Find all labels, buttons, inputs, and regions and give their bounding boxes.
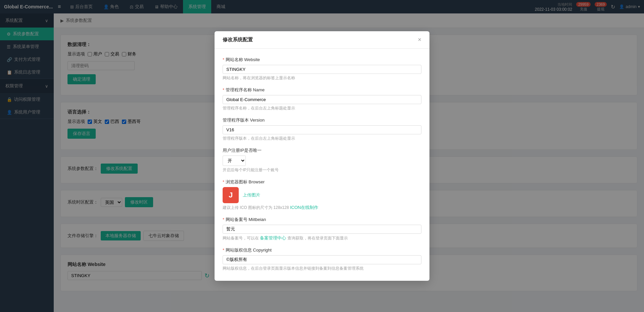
- modal-body: * 网站名称 Website 网站名称，将在浏览器的标签上显示名称 * 管理程序…: [215, 49, 429, 281]
- website-name-field-input[interactable]: [223, 65, 421, 74]
- version-field-label: 管理程序版本 Version: [223, 117, 421, 123]
- field-admin-name: * 管理程序名称 Name 管理程序名称，在后台左上角标题处显示: [223, 87, 421, 111]
- modal-close-button[interactable]: ×: [418, 37, 421, 43]
- field-miitbeian: * 网站备案号 Miitbeian 网站备案号，可以在 备案管理中心 查询获取，…: [223, 217, 421, 241]
- ip-unique-field-label: 用户注册IP是否唯一: [223, 147, 421, 153]
- version-field-hint: 管理程序版本，在后台左上角标题处显示: [223, 136, 421, 141]
- modal-overlay: 修改系统配置 × * 网站名称 Website 网站名称，将在浏览器的标签上显示…: [0, 0, 644, 312]
- icon-online-make-link[interactable]: ICON在线制作: [290, 205, 319, 210]
- copyright-field-input[interactable]: [223, 255, 421, 264]
- miitbeian-field-hint: 网站备案号，可以在 备案管理中心 查询获取，将在登录页面下面显示: [223, 235, 421, 241]
- admin-name-field-hint: 管理程序名称，在后台左上角标题处显示: [223, 105, 421, 111]
- browser-icon-field-label: * 浏览器图标 Browser: [223, 179, 421, 185]
- upload-link[interactable]: 上传图片: [243, 192, 260, 198]
- favicon-preview: J: [223, 187, 239, 203]
- ip-unique-select-row: 开 关: [223, 155, 421, 166]
- miitbeian-field-label: * 网站备案号 Miitbeian: [223, 217, 421, 223]
- version-field-input[interactable]: [223, 125, 421, 134]
- browser-icon-field-hint: 建议上传 ICO 图标的尺寸为 128x128 ICON在线制作: [223, 205, 421, 211]
- field-browser-icon: * 浏览器图标 Browser J 上传图片 建议上传 ICO 图标的尺寸为 1…: [223, 179, 421, 211]
- copyright-field-label: * 网站版权信息 Copyright: [223, 247, 421, 253]
- miitbeian-center-link[interactable]: 备案管理中心: [260, 235, 286, 240]
- upload-area: J 上传图片: [223, 187, 421, 203]
- ip-unique-select[interactable]: 开 关: [223, 155, 246, 166]
- modal-modify-config: 修改系统配置 × * 网站名称 Website 网站名称，将在浏览器的标签上显示…: [215, 31, 429, 281]
- website-name-field-label: * 网站名称 Website: [223, 57, 421, 63]
- field-ip-unique: 用户注册IP是否唯一 开 关 开启后每个IP只能注册一个账号: [223, 147, 421, 173]
- field-website-name: * 网站名称 Website 网站名称，将在浏览器的标签上显示名称: [223, 57, 421, 81]
- ip-unique-field-hint: 开启后每个IP只能注册一个账号: [223, 167, 421, 173]
- field-version: 管理程序版本 Version 管理程序版本，在后台左上角标题处显示: [223, 117, 421, 141]
- admin-name-field-label: * 管理程序名称 Name: [223, 87, 421, 93]
- website-name-field-hint: 网站名称，将在浏览器的标签上显示名称: [223, 75, 421, 81]
- modal-title: 修改系统配置: [223, 37, 253, 43]
- admin-name-field-input[interactable]: [223, 95, 421, 104]
- copyright-field-hint: 网站版权信息，在后台登录页面显示版本信息并链接到备案到信息备案管理系统: [223, 266, 421, 271]
- modal-header: 修改系统配置 ×: [215, 31, 429, 49]
- field-copyright: * 网站版权信息 Copyright 网站版权信息，在后台登录页面显示版本信息并…: [223, 247, 421, 271]
- miitbeian-field-input[interactable]: [223, 225, 421, 234]
